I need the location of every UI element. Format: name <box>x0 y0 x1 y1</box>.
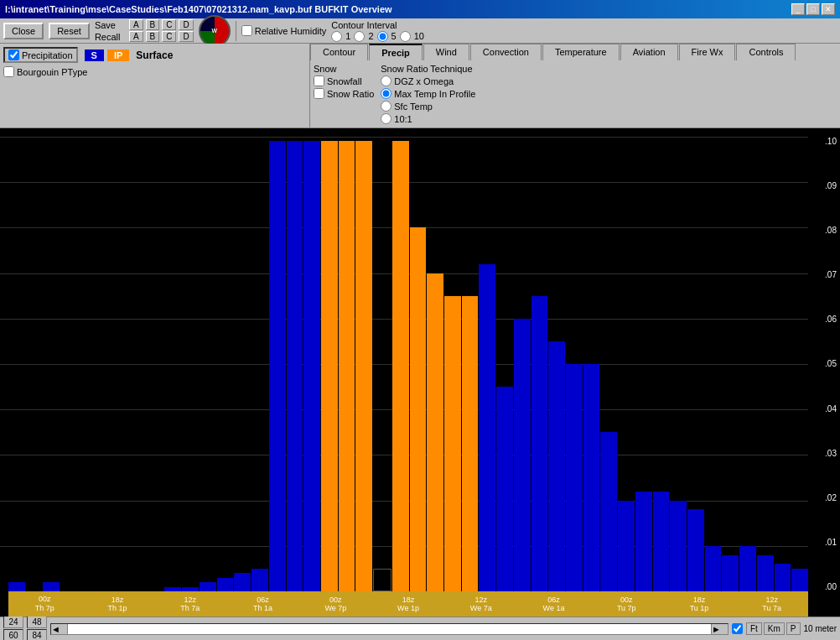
recall-label: Recall <box>95 32 127 42</box>
minimize-button[interactable]: _ <box>791 3 805 15</box>
checkbox-unit[interactable] <box>732 623 743 634</box>
snowfall-checkbox-label[interactable]: Snowfall <box>314 75 374 86</box>
snow-ratio-checkbox[interactable] <box>314 88 324 99</box>
maximize-button[interactable]: □ <box>806 3 820 15</box>
save-d-button[interactable]: D <box>179 19 193 30</box>
max-temp-label[interactable]: Max Temp In Profile <box>381 88 475 99</box>
tab-fire-wx[interactable]: Fire Wx <box>679 44 736 60</box>
close-button[interactable]: ✕ <box>822 3 835 15</box>
km-button[interactable]: Km <box>764 622 785 635</box>
humidity-checkbox-label[interactable]: Relative Humidity <box>241 25 327 36</box>
recall-d-button[interactable]: D <box>179 31 193 42</box>
tab-convection[interactable]: Convection <box>470 44 542 60</box>
p-button[interactable]: P <box>786 622 801 635</box>
y-label-08: .08 <box>825 226 837 235</box>
s-badge[interactable]: S <box>85 49 104 61</box>
bar-33 <box>566 364 583 591</box>
save-a-button[interactable]: A <box>129 19 143 30</box>
bar-41 <box>705 546 722 591</box>
y-label-05: .05 <box>825 359 837 368</box>
window-controls: _ □ ✕ <box>791 3 835 15</box>
close-button[interactable]: Close <box>3 23 44 39</box>
bourgouin-label[interactable]: Bourgouin PType <box>3 66 87 77</box>
bar-18 <box>303 141 320 591</box>
bar-20 <box>339 141 355 591</box>
bar-17 <box>287 141 303 591</box>
bar-15 <box>251 569 268 591</box>
recall-b-button[interactable]: B <box>146 31 160 42</box>
dgz-omega-label[interactable]: DGZ x Omega <box>381 75 475 86</box>
bourgouin-checkbox[interactable] <box>3 66 14 77</box>
chart-section: .10 .09 .08 .07 .06 .05 .04 .03 .02 .01 … <box>0 128 840 640</box>
save-recall-area: Save A B C D Recall A B C D <box>95 19 194 42</box>
snow-panel: Snow Snowfall Snow Ratio Snow Ratio Tech… <box>310 60 840 127</box>
bar-1 <box>8 582 25 591</box>
bars-area <box>8 137 808 591</box>
save-b-button[interactable]: B <box>146 19 160 30</box>
contour-radio-2[interactable] <box>354 31 365 42</box>
bar-16-blue <box>269 141 286 591</box>
technique-title: Snow Ratio Technique <box>381 64 475 74</box>
bar-34 <box>583 364 600 591</box>
ip-badge[interactable]: IP <box>107 49 129 61</box>
bar-19 <box>321 141 338 591</box>
bar-43 <box>739 546 756 591</box>
bar-36 <box>618 501 635 591</box>
surface-label: Surface <box>136 49 173 61</box>
recall-a-button[interactable]: A <box>129 31 143 42</box>
contour-radio-5[interactable] <box>377 31 388 42</box>
ratio-10-1-radio[interactable] <box>381 113 391 124</box>
y-label-02: .02 <box>825 493 837 502</box>
scroll-right-btn[interactable]: ► <box>711 624 728 634</box>
snowfall-checkbox[interactable] <box>314 75 324 86</box>
num-48: 48 <box>27 616 47 628</box>
snowfall-label: Snowfall <box>327 76 362 86</box>
bar-46 <box>791 569 808 591</box>
humidity-checkbox[interactable] <box>241 25 252 36</box>
main-toolbar: Close Reset Save A B C D Recall A B C D … <box>0 18 840 44</box>
separator <box>236 21 236 41</box>
contour-radio-10[interactable] <box>400 31 411 42</box>
precipitation-label: Precipitation <box>22 50 73 60</box>
save-c-button[interactable]: C <box>162 19 176 30</box>
tab-contour[interactable]: Contour <box>310 44 368 60</box>
bar-22 <box>373 569 391 591</box>
y-label-10: .10 <box>825 137 837 146</box>
nav-tabs: Contour Precip Wind Convection Temperatu… <box>310 44 840 60</box>
sfc-temp-label[interactable]: Sfc Temp <box>381 101 475 112</box>
bar-12 <box>200 582 216 591</box>
ratio-10-1-label[interactable]: 10:1 <box>381 113 475 124</box>
recall-c-button[interactable]: C <box>162 31 176 42</box>
precipitation-checkbox[interactable] <box>8 49 19 60</box>
tab-aviation[interactable]: Aviation <box>620 44 678 60</box>
contour-interval-area: Contour Interval 1 2 5 10 <box>331 20 424 42</box>
bottom-bar: 24 48 60 84 ◄ ► Ft Km P <box>0 617 840 640</box>
precipitation-checkbox-label[interactable]: Precipitation <box>3 47 78 63</box>
bar-21 <box>355 141 372 591</box>
dgz-omega-radio[interactable] <box>381 75 391 86</box>
bourgouin-row: Bourgouin PType <box>3 66 306 77</box>
snow-ratio-label: Snow Ratio <box>327 89 374 99</box>
x-label-3: 12zTh 7a <box>153 591 226 617</box>
tab-wind[interactable]: Wind <box>423 44 469 60</box>
reset-button[interactable]: Reset <box>49 23 90 39</box>
snow-technique: Snow Ratio Technique DGZ x Omega Max Tem… <box>381 64 475 124</box>
tab-temperature[interactable]: Temperature <box>542 44 620 60</box>
tab-precip[interactable]: Precip <box>369 44 423 60</box>
ratio-10-1-text: 10:1 <box>394 114 412 124</box>
bar-28 <box>479 264 495 591</box>
x-label-5: 00zWe 7p <box>299 591 372 617</box>
snow-ratio-checkbox-label[interactable]: Snow Ratio <box>314 88 374 99</box>
ft-button[interactable]: Ft <box>746 622 762 635</box>
y-axis: .10 .09 .08 .07 .06 .05 .04 .03 .02 .01 … <box>825 137 837 591</box>
sfc-temp-radio[interactable] <box>381 101 391 112</box>
scrollbar[interactable]: ◄ ► <box>50 623 729 635</box>
bar-23 <box>392 141 409 591</box>
contour-radio-1[interactable] <box>331 31 342 42</box>
tab-controls[interactable]: Controls <box>736 44 796 60</box>
y-label-09: .09 <box>825 181 837 190</box>
bar-44 <box>757 555 774 591</box>
s-ip-controls: S IP <box>85 49 130 61</box>
scroll-left-btn[interactable]: ◄ <box>51 624 68 634</box>
max-temp-radio[interactable] <box>381 88 391 99</box>
